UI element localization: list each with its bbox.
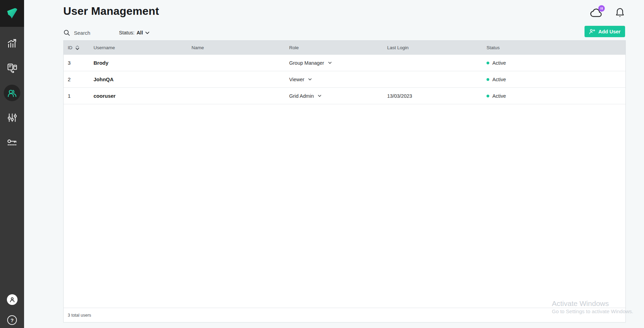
status-label: Active [492, 60, 506, 66]
status-dot-icon [487, 95, 489, 97]
sort-icon[interactable] [76, 45, 79, 50]
avatar [7, 294, 18, 305]
sidebar-item-help[interactable]: ? [0, 315, 24, 326]
cell-status: Active [487, 77, 625, 82]
column-header-status[interactable]: Status [487, 45, 625, 50]
pause-badge-icon [598, 5, 605, 12]
users-table: ID Username Name Role Last Login Status … [63, 40, 626, 322]
table-toolbar: Status: All [63, 27, 150, 39]
search-box[interactable] [63, 29, 107, 36]
users-icon [7, 88, 17, 98]
sliders-icon [7, 113, 17, 123]
status-dot-icon [487, 78, 489, 81]
table-row[interactable]: 1 cooruser Grid Admin 13/03/2023 Active [64, 88, 625, 104]
sidebar-nav [0, 31, 24, 155]
add-user-button[interactable]: Add User [585, 26, 625, 37]
key-icon [7, 137, 17, 148]
cell-username: Brody [94, 60, 192, 66]
chevron-down-icon [318, 95, 321, 97]
status-filter-label: Status: [119, 30, 134, 35]
bell-icon [615, 7, 625, 19]
cell-id: 1 [68, 93, 94, 99]
cell-status: Active [487, 60, 625, 66]
logo-icon [6, 7, 18, 20]
notifications-button[interactable] [615, 7, 625, 19]
table-row[interactable]: 3 Brody Group Manager Active [64, 55, 625, 71]
table-header-row: ID Username Name Role Last Login Status [64, 41, 625, 55]
sidebar-item-grid[interactable] [0, 56, 24, 81]
sidebar-item-users[interactable] [0, 81, 24, 105]
chevron-down-icon [308, 78, 312, 81]
total-users-count: 3 total users [68, 313, 91, 318]
search-icon [63, 29, 70, 36]
role-value: Viewer [289, 77, 304, 82]
status-label: Active [492, 93, 506, 99]
column-header-username[interactable]: Username [94, 45, 192, 50]
role-dropdown[interactable]: Viewer [289, 77, 312, 82]
column-header-role[interactable]: Role [289, 45, 387, 50]
role-value: Group Manager [289, 60, 324, 66]
active-item-highlight [4, 85, 20, 101]
status-dot-icon [487, 62, 489, 64]
cell-status: Active [487, 93, 625, 99]
cell-id: 2 [68, 76, 94, 82]
app-logo[interactable] [0, 0, 24, 27]
cell-username: JohnQA [94, 76, 192, 82]
sidebar-item-analytics[interactable] [0, 31, 24, 56]
cell-id: 3 [68, 60, 94, 66]
sidebar-item-keys[interactable] [0, 130, 24, 155]
user-avatar-icon [9, 296, 15, 303]
status-filter-value: All [137, 30, 143, 35]
table-empty-area [64, 104, 625, 308]
page-title: User Management [63, 5, 159, 18]
column-header-id[interactable]: ID [68, 45, 94, 50]
status-label: Active [492, 77, 506, 82]
help-icon: ? [7, 315, 18, 326]
chevron-down-icon [145, 31, 150, 34]
person-add-icon [589, 29, 596, 34]
sidebar: ? [0, 0, 24, 328]
analytics-icon [7, 38, 17, 49]
add-user-label: Add User [598, 29, 620, 34]
sidebar-item-settings[interactable] [0, 105, 24, 130]
role-dropdown[interactable]: Grid Admin [289, 93, 321, 99]
sidebar-item-account[interactable] [0, 294, 24, 305]
column-header-last-login[interactable]: Last Login [387, 45, 487, 50]
chevron-down-icon [328, 62, 332, 64]
table-footer: 3 total users [64, 308, 625, 322]
role-value: Grid Admin [289, 93, 314, 99]
status-filter-dropdown[interactable]: Status: All [119, 30, 150, 35]
role-dropdown[interactable]: Group Manager [289, 60, 332, 66]
column-header-name[interactable]: Name [192, 45, 289, 50]
cell-last-login: 13/03/2023 [387, 93, 487, 99]
grid-devices-icon [7, 63, 17, 73]
search-input[interactable] [74, 30, 107, 36]
cell-username: cooruser [94, 93, 192, 99]
svg-text:?: ? [10, 317, 13, 323]
table-row[interactable]: 2 JohnQA Viewer Active [64, 71, 625, 88]
cloud-status-button[interactable] [590, 8, 604, 19]
